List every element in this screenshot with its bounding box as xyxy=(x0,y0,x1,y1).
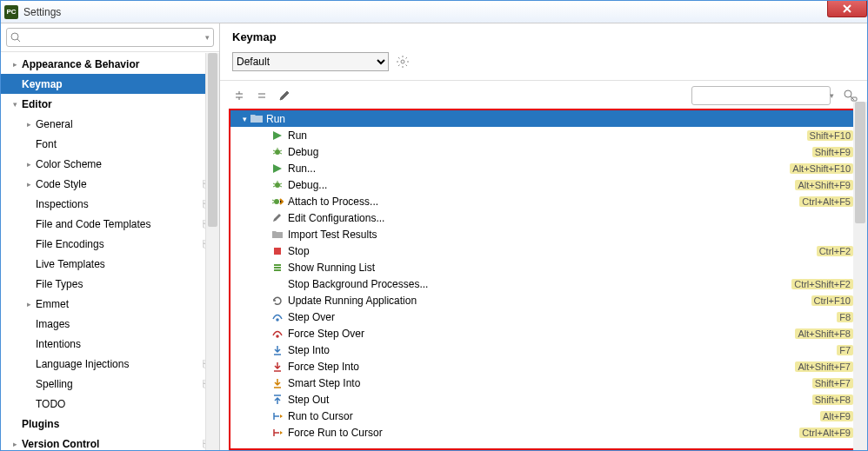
close-button[interactable] xyxy=(827,0,867,17)
sidebar-scroll-thumb[interactable] xyxy=(208,53,217,227)
action-label: Debug xyxy=(288,146,858,158)
step-into-icon xyxy=(270,344,284,356)
sidebar-item-font[interactable]: ▸Font xyxy=(1,134,219,154)
sidebar-item-spelling[interactable]: ▸Spelling⎘ xyxy=(1,374,219,394)
sidebar-item-general[interactable]: ▸General xyxy=(1,114,219,134)
keymap-action-row[interactable]: Step IntoF7 xyxy=(230,342,858,358)
sidebar-search-input[interactable] xyxy=(24,31,205,43)
keymap-action-row[interactable]: Smart Step IntoShift+F7 xyxy=(230,375,858,391)
find-by-shortcut-icon[interactable] xyxy=(843,89,858,103)
collapse-all-icon[interactable] xyxy=(255,89,269,103)
action-label: Run xyxy=(288,129,858,142)
main-panel: Keymap Default ▾ ▾ xyxy=(220,23,867,450)
play-icon xyxy=(270,129,284,142)
sidebar-item-live-templates[interactable]: ▸Live Templates xyxy=(1,254,219,274)
keymap-action-row[interactable]: Force Run to CursorCtrl+Alt+F9 xyxy=(230,424,858,441)
sidebar-item-language-injections[interactable]: ▸Language Injections⎘ xyxy=(1,354,219,374)
keymap-action-row[interactable]: Force Step IntoAlt+Shift+F7 xyxy=(230,358,858,375)
sidebar-item-todo[interactable]: ▸TODO xyxy=(1,394,219,414)
action-search[interactable]: ▾ xyxy=(691,86,831,105)
action-search-input[interactable] xyxy=(699,90,830,102)
svg-point-1 xyxy=(401,60,404,63)
sidebar-item-file-encodings[interactable]: ▸File Encodings⎘ xyxy=(1,234,219,254)
sidebar-item-label: Code Style xyxy=(36,178,87,190)
shortcut-badge: Ctrl+F10 xyxy=(811,295,854,306)
sidebar-item-images[interactable]: ▸Images xyxy=(1,314,219,334)
keymap-action-row[interactable]: Step OutShift+F8 xyxy=(230,391,858,408)
keymap-action-row[interactable]: Run to CursorAlt+F9 xyxy=(230,408,858,424)
shortcut-badge: Ctrl+Shift+F2 xyxy=(791,279,853,289)
sidebar-item-color-scheme[interactable]: ▸Color Scheme xyxy=(1,154,219,174)
keymap-profile-row: Default xyxy=(220,47,867,81)
sidebar-item-keymap[interactable]: ▸Keymap xyxy=(1,74,219,94)
sidebar-item-file-types[interactable]: ▸File Types xyxy=(1,274,219,294)
keymap-action-row[interactable]: Stop Background Processes...Ctrl+Shift+F… xyxy=(230,275,858,292)
step-out-icon xyxy=(270,394,284,406)
chevron-right-icon: ▸ xyxy=(23,120,34,129)
chevron-right-icon: ▸ xyxy=(10,60,20,69)
force-cursor-icon xyxy=(270,427,284,439)
keymap-profile-select[interactable]: Default xyxy=(232,52,389,71)
shortcut-badge: Ctrl+F2 xyxy=(817,246,853,256)
chevron-right-icon: ▸ xyxy=(23,180,34,189)
keymap-action-row[interactable]: DebugShift+F9 xyxy=(230,143,858,160)
keymap-action-row[interactable]: Edit Configurations... xyxy=(230,209,858,226)
sidebar-search[interactable]: ▾ xyxy=(6,28,214,47)
svg-point-3 xyxy=(845,90,851,97)
sidebar-scrollbar[interactable] xyxy=(205,53,219,450)
sidebar-item-label: Editor xyxy=(22,98,52,110)
chevron-down-icon: ▾ xyxy=(10,100,20,109)
sidebar-item-label: Inspections xyxy=(36,198,89,210)
sidebar-item-appearance-behavior[interactable]: ▸Appearance & Behavior xyxy=(1,54,219,74)
sidebar-item-label: Plugins xyxy=(22,418,59,430)
action-label: Smart Step Into xyxy=(288,377,858,389)
play-icon xyxy=(270,162,284,175)
chevron-down-icon[interactable]: ▾ xyxy=(205,33,210,42)
sidebar-item-label: Version Control xyxy=(22,438,99,450)
sidebar-item-editor[interactable]: ▾Editor xyxy=(1,94,219,114)
action-label: Run... xyxy=(288,162,858,175)
sidebar-tree[interactable]: ▸Appearance & Behavior▸Keymap▾Editor▸Gen… xyxy=(1,52,219,450)
keymap-group-row[interactable]: ▾ Run xyxy=(230,110,858,127)
shortcut-badge: Alt+Shift+F9 xyxy=(795,180,853,190)
sidebar-item-label: Language Injections xyxy=(36,358,129,370)
sidebar-item-label: Images xyxy=(36,318,70,330)
pencil-icon xyxy=(270,212,284,224)
keymap-action-row[interactable]: Debug...Alt+Shift+F9 xyxy=(230,176,858,193)
keymap-action-row[interactable]: StopCtrl+F2 xyxy=(230,242,858,259)
sidebar-search-wrap: ▾ xyxy=(1,23,219,52)
keymap-action-row[interactable]: Show Running List xyxy=(230,259,858,275)
sidebar-item-file-and-code-templates[interactable]: ▸File and Code Templates⎘ xyxy=(1,214,219,234)
keymap-action-row[interactable]: RunShift+F10 xyxy=(230,127,858,143)
sidebar-item-emmet[interactable]: ▸Emmet xyxy=(1,294,219,314)
sidebar-item-version-control[interactable]: ▸Version Control⎘ xyxy=(1,434,219,450)
expand-all-icon[interactable] xyxy=(232,89,246,103)
bug-icon xyxy=(270,146,284,158)
action-label: Step Over xyxy=(288,311,858,323)
chevron-down-icon[interactable]: ▾ xyxy=(830,91,834,100)
folder-icon xyxy=(250,114,263,123)
keymap-action-row[interactable]: Import Test Results xyxy=(230,226,858,242)
gear-icon[interactable] xyxy=(396,55,410,69)
keymap-action-row[interactable]: Run...Alt+Shift+F10 xyxy=(230,160,858,176)
sidebar-item-label: Keymap xyxy=(22,78,63,90)
keymap-action-row[interactable]: Update Running ApplicationCtrl+F10 xyxy=(230,292,858,308)
sidebar-item-intentions[interactable]: ▸Intentions xyxy=(1,334,219,354)
keymap-action-row[interactable]: Step OverF8 xyxy=(230,308,858,325)
keymap-action-row[interactable]: Force Step OverAlt+Shift+F8 xyxy=(230,325,858,342)
close-icon xyxy=(843,4,851,13)
panel-heading: Keymap xyxy=(220,23,867,47)
main-scroll-thumb[interactable] xyxy=(855,102,865,223)
main-scrollbar[interactable] xyxy=(853,102,867,450)
sidebar-item-label: Color Scheme xyxy=(36,158,102,170)
keymap-action-row[interactable]: Attach to Process...Ctrl+Alt+F5 xyxy=(230,193,858,209)
shortcut-badge: Shift+F7 xyxy=(812,378,853,388)
edit-icon[interactable] xyxy=(277,89,291,103)
sidebar-item-inspections[interactable]: ▸Inspections⎘ xyxy=(1,194,219,214)
sidebar-item-plugins[interactable]: ▸Plugins xyxy=(1,414,219,434)
svg-point-10 xyxy=(277,335,278,337)
keymap-actions-list[interactable]: ▾ Run RunShift+F10DebugShift+F9Run...Alt… xyxy=(229,109,860,450)
sidebar-item-label: Intentions xyxy=(36,338,81,350)
sidebar-item-code-style[interactable]: ▸Code Style⎘ xyxy=(1,174,219,194)
bug-attach-icon xyxy=(270,196,284,208)
